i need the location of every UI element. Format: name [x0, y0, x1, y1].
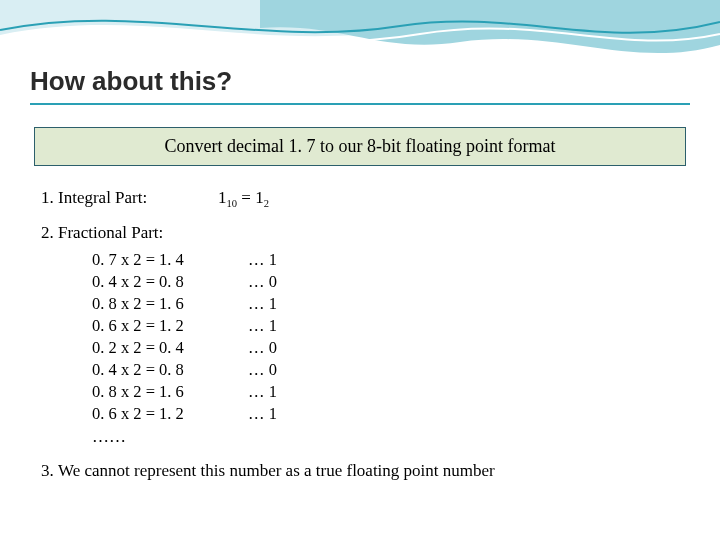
integral-equation: 110 = 12	[218, 188, 269, 209]
steps-list: Integral Part: 110 = 12 Fractional Part:…	[30, 188, 690, 481]
step-conclusion: We cannot represent this number as a tru…	[58, 461, 690, 481]
step-fractional: Fractional Part: 0. 7 x 2 = 1. 4… 1 0. 4…	[58, 223, 690, 447]
table-row: 0. 4 x 2 = 0. 8 … 0	[92, 359, 308, 381]
table-row: 0. 8 x 2 = 1. 6… 1	[92, 293, 308, 315]
callout-box: Convert decimal 1. 7 to our 8-bit floati…	[34, 127, 686, 166]
integral-label: Integral Part:	[58, 188, 198, 208]
ellipsis: ……	[92, 427, 690, 447]
table-row: 0. 8 x 2 = 1. 6 … 1	[92, 381, 308, 403]
table-row: 0. 2 x 2 = 0. 4 … 0	[92, 337, 308, 359]
slide-title: How about this?	[30, 66, 690, 97]
fractional-label: Fractional Part:	[58, 223, 163, 242]
fractional-table: 0. 7 x 2 = 1. 4… 1 0. 4 x 2 = 0. 8… 0 0.…	[92, 249, 308, 425]
table-row: 0. 4 x 2 = 0. 8… 0	[92, 271, 308, 293]
step-integral: Integral Part: 110 = 12	[58, 188, 690, 209]
table-row: 0. 6 x 2 = 1. 2 … 1	[92, 315, 308, 337]
title-underline	[30, 103, 690, 105]
table-row: 0. 6 x 2 = 1. 2 … 1	[92, 403, 308, 425]
table-row: 0. 7 x 2 = 1. 4… 1	[92, 249, 308, 271]
